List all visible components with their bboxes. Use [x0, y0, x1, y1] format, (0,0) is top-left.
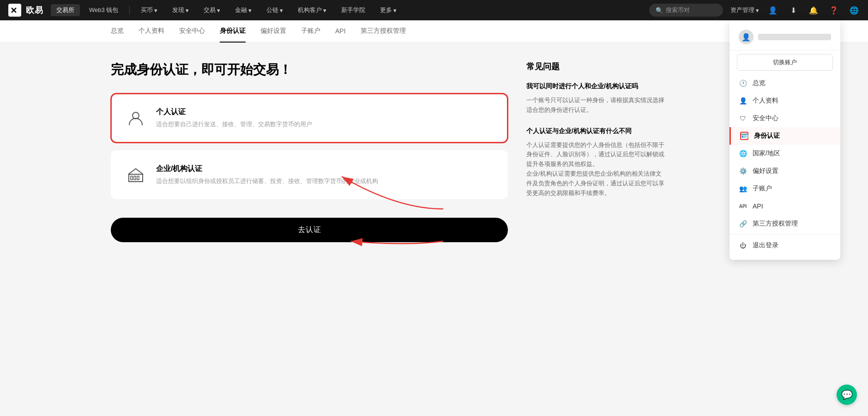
- left-panel: 完成身份认证，即可开始交易！ 个人认证 适合想要自己进行发送、接收、管理、交易数…: [111, 61, 508, 398]
- chat-bubble-button[interactable]: 💬: [837, 385, 857, 405]
- help-icon-button[interactable]: ❓: [827, 4, 840, 17]
- right-panel: 常见问题 我可以同时进行个人和企业/机构认证吗 一个账号只可以认证一种身份，请根…: [526, 61, 665, 398]
- subnav-preference[interactable]: 偏好设置: [260, 20, 286, 43]
- nav-tab-wallet[interactable]: Web3 钱包: [84, 4, 124, 16]
- faq-title: 常见问题: [526, 61, 665, 72]
- dropdown-thirdparty[interactable]: 🔗 第三方授权管理: [729, 215, 840, 232]
- dropdown-region[interactable]: 🌐 国家/地区: [729, 145, 840, 162]
- dropdown-user-info: 👤: [729, 26, 840, 50]
- person-icon: [127, 109, 145, 128]
- user-name-blurred: [758, 34, 831, 40]
- globe-icon-button[interactable]: 🌐: [848, 4, 861, 17]
- subnav-security[interactable]: 安全中心: [179, 20, 205, 43]
- faq-question-2: 个人认证与企业/机构认证有什么不同: [526, 126, 665, 136]
- power-icon: ⏻: [739, 241, 747, 250]
- shield-icon: 🛡: [739, 114, 747, 122]
- svg-rect-6: [137, 176, 139, 180]
- avatar: 👤: [739, 30, 753, 44]
- enterprise-card-title: 企业/机构认证: [156, 164, 378, 174]
- logo-icon: ✕: [7, 3, 22, 18]
- dropdown-overview[interactable]: 🕐 总览: [729, 74, 840, 92]
- brand-name: 欧易: [26, 5, 43, 16]
- search-box[interactable]: 🔍 搜索币对: [649, 4, 723, 17]
- subnav-thirdparty[interactable]: 第三方授权管理: [361, 20, 406, 43]
- person-menu-icon: 👤: [739, 97, 747, 105]
- svg-text:✕: ✕: [10, 6, 17, 15]
- link-icon: 🔗: [739, 220, 747, 228]
- subnav-profile[interactable]: 个人资料: [139, 20, 164, 43]
- svg-rect-4: [131, 176, 133, 180]
- bank-icon: [127, 166, 145, 184]
- svg-point-2: [133, 112, 139, 119]
- dropdown-identity[interactable]: 🪪 身份认证: [729, 127, 840, 145]
- personal-card-content: 个人认证 适合想要自己进行发送、接收、管理、交易数字货币的用户: [156, 107, 312, 129]
- clock-icon: 🕐: [739, 79, 747, 87]
- nav-menu-beginner[interactable]: 新手学院: [336, 4, 371, 16]
- search-placeholder: 搜索币对: [666, 6, 690, 14]
- page-title: 完成身份认证，即可开始交易！: [111, 61, 508, 79]
- nav-menu-institutional[interactable]: 机构客户 ▾: [292, 4, 332, 16]
- personal-card-desc: 适合想要自己进行发送、接收、管理、交易数字货币的用户: [156, 120, 312, 129]
- api-icon: API: [739, 202, 747, 210]
- gear-icon: ⚙️: [739, 167, 747, 175]
- download-icon-button[interactable]: ⬇: [787, 4, 800, 17]
- dropdown-security[interactable]: 🛡 安全中心: [729, 110, 840, 127]
- chat-icon: 💬: [841, 389, 853, 400]
- enterprise-card-content: 企业/机构认证 适合想要以组织身份或授权员工进行储蓄、投资、接收、管理数字货币的…: [156, 164, 378, 186]
- dropdown-subaccount[interactable]: 👥 子账户: [729, 180, 840, 197]
- subnav-subaccount[interactable]: 子账户: [301, 20, 320, 43]
- dropdown-logout[interactable]: ⏻ 退出登录: [729, 237, 840, 254]
- nav-right-section: 🔍 搜索币对 资产管理 ▾ 👤 ⬇ 🔔 ❓ 🌐: [649, 4, 861, 17]
- search-icon: 🔍: [656, 7, 663, 14]
- nav-menu-chain[interactable]: 公链 ▾: [261, 4, 289, 16]
- nav-divider: [129, 6, 130, 15]
- switch-account-button[interactable]: 切换账户: [737, 54, 833, 71]
- nav-menu-more[interactable]: 更多 ▾: [374, 4, 402, 16]
- subnav-overview[interactable]: 总览: [111, 20, 124, 43]
- globe-small-icon: 🌐: [739, 149, 747, 158]
- people-icon: 👥: [739, 184, 747, 193]
- assets-management-button[interactable]: 资产管理 ▾: [730, 6, 759, 14]
- nav-tab-exchange[interactable]: 交易所: [51, 4, 80, 16]
- nav-menu-trade[interactable]: 交易 ▾: [198, 4, 226, 16]
- subnav-identity[interactable]: 身份认证: [220, 20, 246, 43]
- faq-question-1: 我可以同时进行个人和企业/机构认证吗: [526, 81, 665, 91]
- svg-rect-5: [134, 176, 136, 180]
- faq-answer-2: 个人认证需要提供您的个人身份信息（包括但不限于身份证件、人脸识别等），通过认证后…: [526, 141, 665, 198]
- enterprise-card-desc: 适合想要以组织身份或授权员工进行储蓄、投资、接收、管理数字货币的企业或机构: [156, 177, 378, 186]
- faq-answer-1: 一个账号只可以认证一种身份，请根据真实情况选择适合您的身份进行认证。: [526, 96, 665, 115]
- enterprise-verification-card[interactable]: 企业/机构认证 适合想要以组织身份或授权员工进行储蓄、投资、接收、管理数字货币的…: [111, 150, 508, 200]
- bell-icon-button[interactable]: 🔔: [807, 4, 820, 17]
- dropdown-preference[interactable]: ⚙️ 偏好设置: [729, 162, 840, 180]
- nav-menu-discover[interactable]: 发现 ▾: [167, 4, 194, 16]
- personal-card-title: 个人认证: [156, 107, 312, 117]
- subnav-api[interactable]: API: [335, 21, 346, 42]
- id-card-icon: 🪪: [740, 132, 748, 140]
- submit-button[interactable]: 去认证: [111, 218, 508, 242]
- personal-verification-card[interactable]: 个人认证 适合想要自己进行发送、接收、管理、交易数字货币的用户: [111, 93, 508, 143]
- logo-area[interactable]: ✕ 欧易: [7, 3, 43, 18]
- dropdown-api[interactable]: API API: [729, 197, 840, 215]
- nav-menu-finance[interactable]: 金融 ▾: [229, 4, 257, 16]
- dropdown-profile[interactable]: 👤 个人资料: [729, 92, 840, 110]
- dropdown-divider: [729, 234, 840, 235]
- top-navigation: ✕ 欧易 交易所 Web3 钱包 买币 ▾ 发现 ▾ 交易 ▾ 金融 ▾ 公链 …: [0, 0, 868, 20]
- user-dropdown-panel: 👤 切换账户 🕐 总览 👤 个人资料 🛡 安全中心 🪪 身份认证 🌐 国家/地区…: [729, 20, 840, 260]
- nav-menu-buy[interactable]: 买币 ▾: [135, 4, 163, 16]
- user-icon-button[interactable]: 👤: [766, 4, 779, 17]
